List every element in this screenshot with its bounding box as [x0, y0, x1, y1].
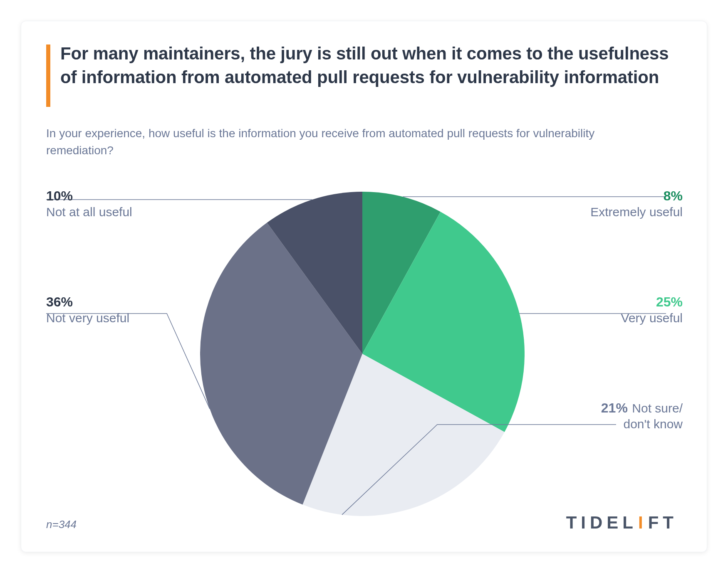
logo-accent-i: I [637, 513, 648, 533]
pct-not-sure: 21% [601, 400, 628, 415]
desc-not-sure-l1: Not sure/ [632, 401, 683, 415]
label-not-very-useful: 36% Not very useful [46, 294, 129, 326]
tidelift-logo: TIDELIFT [566, 513, 678, 533]
chart-title: For many maintainers, the jury is still … [60, 42, 682, 89]
label-very-useful: 25% Very useful [621, 294, 683, 326]
pct-not-very-useful: 36% [46, 294, 73, 309]
label-extremely-useful: 8% Extremely useful [590, 188, 683, 220]
label-not-at-all-useful: 10% Not at all useful [46, 188, 132, 220]
desc-not-very-useful: Not very useful [46, 311, 129, 325]
desc-extremely-useful: Extremely useful [590, 205, 683, 219]
desc-not-sure-l2: don't know [624, 417, 683, 431]
pct-very-useful: 25% [656, 294, 683, 309]
canvas: For many maintainers, the jury is still … [0, 0, 728, 573]
pct-not-at-all-useful: 10% [46, 188, 73, 203]
logo-part-2: FT [648, 513, 678, 533]
desc-not-at-all-useful: Not at all useful [46, 205, 132, 219]
chart-subtitle: In your experience, how useful is the in… [46, 125, 599, 159]
title-block: For many maintainers, the jury is still … [46, 42, 682, 89]
desc-very-useful: Very useful [621, 311, 683, 325]
pct-extremely-useful: 8% [664, 188, 683, 203]
chart-area: 8% Extremely useful 25% Very useful 21% … [21, 175, 708, 516]
logo-part-1: TIDEL [566, 513, 637, 533]
chart-card: For many maintainers, the jury is still … [21, 21, 707, 552]
label-not-sure: 21% Not sure/ don't know [601, 400, 683, 432]
sample-size-note: n=344 [46, 518, 77, 531]
title-accent-bar [46, 44, 50, 107]
leader-lines [21, 175, 708, 516]
